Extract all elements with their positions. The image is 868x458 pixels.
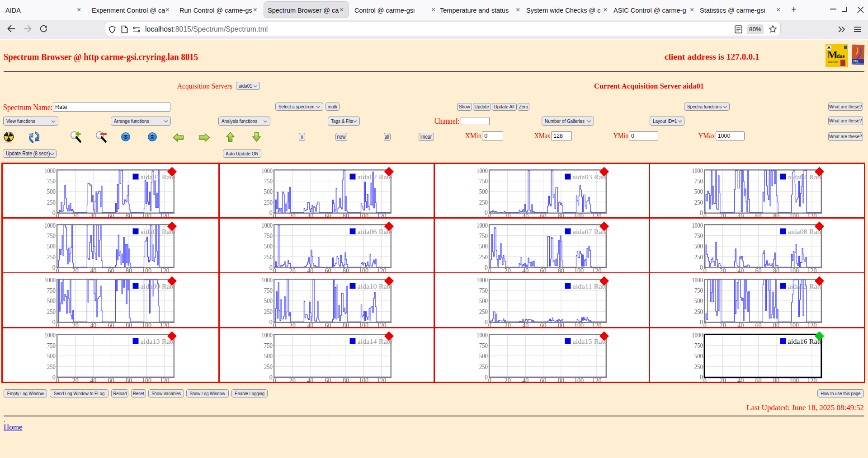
svg-text:1000: 1000 [44, 222, 56, 229]
svg-text:0: 0 [699, 319, 703, 326]
svg-text:500: 500 [479, 243, 487, 250]
svg-text:0: 0 [52, 319, 55, 326]
svg-text:0: 0 [699, 374, 703, 380]
svg-text:1000: 1000 [692, 222, 703, 229]
svg-text:1000: 1000 [261, 277, 273, 284]
svg-text:1000: 1000 [692, 332, 703, 338]
svg-text:500: 500 [47, 243, 55, 250]
svg-text:1000: 1000 [692, 167, 703, 174]
svg-text:750: 750 [694, 287, 703, 294]
svg-text:500: 500 [47, 188, 55, 195]
svg-text:0: 0 [269, 264, 272, 271]
svg-text:250: 250 [264, 363, 272, 370]
svg-text:500: 500 [47, 353, 55, 360]
svg-text:250: 250 [47, 363, 55, 370]
svg-text:250: 250 [479, 363, 487, 370]
svg-text:1000: 1000 [476, 222, 488, 229]
svg-text:750: 750 [479, 178, 487, 185]
svg-text:250: 250 [694, 308, 703, 315]
svg-text:250: 250 [264, 199, 272, 206]
svg-text:750: 750 [264, 178, 272, 185]
svg-text:250: 250 [694, 199, 703, 206]
svg-text:750: 750 [264, 233, 272, 239]
svg-text:1000: 1000 [44, 332, 56, 338]
svg-text:0: 0 [699, 264, 703, 271]
svg-text:500: 500 [47, 298, 55, 304]
svg-text:250: 250 [264, 308, 272, 315]
svg-text:250: 250 [47, 199, 55, 206]
svg-text:250: 250 [694, 253, 703, 260]
svg-text:0: 0 [484, 264, 487, 271]
svg-text:500: 500 [264, 188, 272, 195]
svg-text:1000: 1000 [44, 277, 56, 284]
svg-text:750: 750 [479, 287, 487, 294]
svg-text:250: 250 [47, 308, 55, 315]
svg-text:750: 750 [479, 342, 487, 349]
svg-text:0: 0 [269, 374, 272, 380]
svg-text:500: 500 [479, 188, 487, 195]
svg-text:500: 500 [694, 243, 703, 250]
svg-text:750: 750 [47, 342, 55, 349]
svg-text:750: 750 [694, 233, 703, 239]
svg-text:250: 250 [479, 199, 487, 206]
svg-text:750: 750 [694, 178, 703, 185]
svg-text:1000: 1000 [44, 167, 56, 174]
svg-text:0: 0 [484, 209, 487, 216]
svg-text:750: 750 [47, 233, 55, 239]
svg-text:POWERED: POWERED [852, 62, 863, 65]
svg-text:500: 500 [694, 353, 703, 360]
svg-text:750: 750 [47, 287, 55, 294]
svg-text:powered by: powered by [828, 61, 839, 63]
svg-text:1000: 1000 [476, 167, 488, 174]
svg-text:250: 250 [47, 253, 55, 260]
svg-text:1000: 1000 [261, 332, 273, 338]
svg-text:0: 0 [269, 209, 272, 216]
svg-text:500: 500 [694, 298, 703, 304]
svg-text:500: 500 [479, 298, 487, 304]
svg-text:500: 500 [264, 353, 272, 360]
svg-text:0: 0 [269, 319, 272, 326]
svg-text:750: 750 [264, 342, 272, 349]
svg-text:0: 0 [52, 209, 55, 216]
svg-text:0: 0 [699, 209, 703, 216]
svg-text:0: 0 [52, 374, 55, 380]
svg-text:idas: idas [835, 53, 845, 59]
svg-text:250: 250 [479, 308, 487, 315]
svg-text:750: 750 [694, 342, 703, 349]
svg-text:500: 500 [264, 243, 272, 250]
svg-text:1000: 1000 [476, 277, 488, 284]
svg-text:750: 750 [47, 178, 55, 185]
svg-text:0: 0 [484, 374, 487, 380]
svg-text:750: 750 [264, 287, 272, 294]
svg-text:500: 500 [694, 188, 703, 195]
svg-text:1000: 1000 [692, 277, 703, 284]
svg-text:0: 0 [52, 264, 55, 271]
svg-text:750: 750 [479, 233, 487, 239]
svg-text:0: 0 [484, 319, 487, 326]
svg-text:500: 500 [479, 353, 487, 360]
svg-text:250: 250 [694, 363, 703, 370]
svg-text:250: 250 [479, 253, 487, 260]
svg-text:1000: 1000 [476, 332, 488, 338]
svg-text:1000: 1000 [261, 167, 273, 174]
svg-text:1000: 1000 [261, 222, 273, 229]
svg-text:250: 250 [264, 253, 272, 260]
svg-text:500: 500 [264, 298, 272, 304]
